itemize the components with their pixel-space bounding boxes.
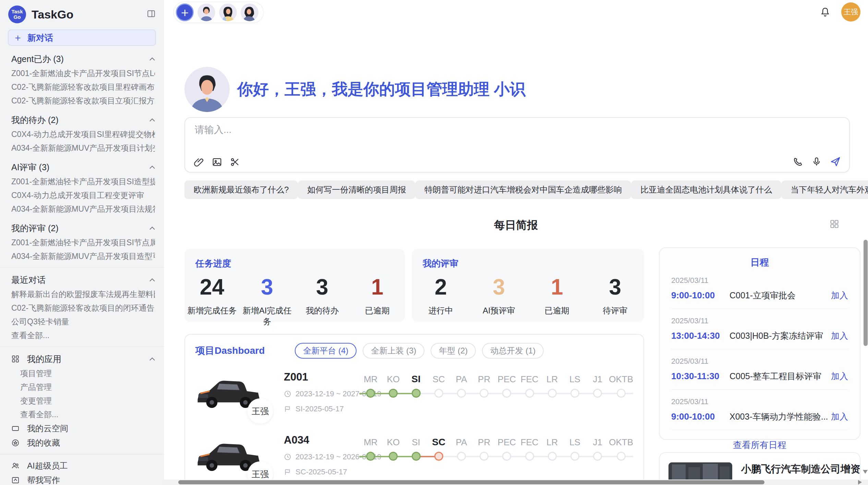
sidebar-item[interactable]: C0X4-动力总成开发项目工程变更评审 (11, 188, 155, 202)
user-avatar[interactable]: 王强 (841, 2, 860, 22)
sidebar-item[interactable]: A034-全新新能源MUV产品开发项目计划变更表编写 (11, 141, 155, 155)
image-icon[interactable] (212, 157, 222, 167)
sidebar-item[interactable]: Z001-全新燃油轻卡产品开发项目SI造型提交物评审 (11, 175, 155, 188)
agent-avatar[interactable] (219, 3, 237, 21)
project-row[interactable]: 王强 Z001 2023-12-19 ~ 2027-01-19 SI-2025-… (195, 370, 633, 422)
sidebar-item[interactable]: 公司Q3轻卡销量 (11, 315, 155, 328)
group-header[interactable]: 最近对话 (11, 272, 155, 287)
task-progress-card: 任务进度 24新增完成任务 3新增AI完成任务 3我的待办 1已逾期 (184, 249, 405, 322)
group-header[interactable]: 我的待办 (2) (11, 112, 155, 127)
horizontal-scrollbar-thumb[interactable] (178, 480, 764, 484)
suggestion-chip[interactable]: 比亚迪全固态电池计划具体说了什么 (631, 181, 781, 199)
view-all-link[interactable]: 查看全部... (20, 408, 155, 421)
sidebar-header: Task Go TaskGo (0, 0, 164, 26)
group-title: 我的评审 (2) (11, 223, 59, 234)
scissors-icon[interactable] (230, 157, 240, 167)
group-header[interactable]: Agent已办 (3) (11, 51, 155, 66)
join-link[interactable]: 加入 (831, 371, 848, 382)
chevron-up-icon (149, 226, 155, 230)
suggestion-chip[interactable]: 如何写一份清晰的项目周报 (298, 181, 415, 199)
sidebar-item-favorites[interactable]: 我的收藏 (0, 436, 164, 450)
notification-bell-icon[interactable] (820, 7, 830, 18)
sidebar-item[interactable]: C02-飞腾新能源轻客改款项目的闭环通告反馈情况 (11, 301, 155, 315)
sidebar-group-agent-done: Agent已办 (3) Z001-全新燃油皮卡产品开发项目SI节点Lesson … (0, 51, 164, 108)
sidebar-item[interactable]: Z001-全新燃油轻卡产品开发项目SI节点属性5D文件评审 (11, 236, 155, 249)
suggestion-chip[interactable]: 当下年轻人对汽车外观有怎样的喜好趋势 (781, 181, 868, 199)
sidebar-item-label: 我的收藏 (27, 437, 60, 448)
dashboard-tabs: 全新平台 (4) 全新上装 (3) 年型 (2) 动总开发 (1) (295, 343, 544, 359)
suggestion-chip[interactable]: 特朗普可能对进口汽车增税会对中国车企造成哪些影响 (415, 181, 631, 199)
sidebar-item[interactable]: A034-全新新能源MUV产品开发项目法规符合性评审 (11, 202, 155, 216)
flag-icon (284, 468, 291, 476)
project-code: Z001 (284, 371, 359, 383)
send-icon[interactable] (830, 156, 841, 167)
sidebar-collapse-icon[interactable] (147, 9, 156, 20)
clock-icon (284, 390, 291, 398)
layout-grid-icon[interactable] (830, 219, 839, 230)
schedule-time: 9:00-10:00 (671, 290, 726, 301)
stat: 3新增AI完成任务 (240, 274, 295, 327)
chevron-up-icon (149, 118, 155, 122)
microphone-icon[interactable] (811, 157, 822, 167)
tab-new-body[interactable]: 全新上装 (3) (363, 343, 424, 359)
attach-icon[interactable] (194, 157, 204, 167)
sidebar-item[interactable]: Z001-全新燃油皮卡产品开发项目SI节点Lesson Learn报告 (11, 66, 155, 80)
group-header[interactable]: AI评审 (3) (11, 160, 155, 175)
view-all-schedule-link[interactable]: 查看所有日程 (671, 439, 848, 451)
milestone-dot-done (389, 452, 398, 461)
sidebar-item-app[interactable]: 产品管理 (20, 380, 155, 394)
milestone-dot (525, 452, 534, 461)
horizontal-scrollbar[interactable] (164, 480, 868, 485)
sidebar-item-help-write[interactable]: 帮我写作 (0, 473, 164, 485)
join-link[interactable]: 加入 (831, 290, 848, 301)
milestone-dot (457, 452, 466, 461)
my-review-card: 我的评审 2进行中 3AI预评审 1已逾期 3待评审 (412, 249, 644, 322)
sidebar-item-label: AI超级员工 (27, 460, 68, 471)
sidebar-item[interactable]: C0X4-动力总成开发项目SI里程碑提交物检查 (11, 127, 155, 141)
project-flag-milestone: SI-2025-05-17 (284, 405, 359, 413)
sidebar-item-ai-super-staff[interactable]: AI超级员工 (0, 459, 164, 473)
schedule-item: 2025/03/11 9:00-10:00 X003-车辆动力学性能验... 加… (671, 390, 848, 430)
project-dashboard-card: 项目Dashboard 全新平台 (4) 全新上装 (3) 年型 (2) 动总开… (184, 334, 644, 485)
sidebar-item[interactable]: 解释最新出台的欧盟报废车法规再生塑料比例被调至15%... (11, 287, 155, 301)
sidebar-item[interactable]: C02-飞腾新能源轻客改款项目里程碑画布 (11, 80, 155, 94)
voice-call-icon[interactable] (793, 157, 803, 167)
schedule-item: 2025/03/11 13:00-14:30 C003|H0B-方案冻结评审 加… (671, 309, 848, 349)
view-all-link[interactable]: 查看全部... (11, 328, 155, 342)
tab-all-new-platform[interactable]: 全新平台 (4) (295, 343, 357, 359)
add-agent-button[interactable]: ＋ (176, 3, 194, 21)
sidebar-item-cloud-space[interactable]: 我的云空间 (0, 421, 164, 436)
divider (671, 430, 848, 430)
suggestion-chip[interactable]: 欧洲新规最近颁布了什么? (184, 181, 298, 199)
join-link[interactable]: 加入 (831, 330, 848, 341)
project-row[interactable]: 王强 A034 2023-12-19 ~ 2026-01-19 SC-2025-… (195, 433, 633, 485)
chevron-up-icon (149, 165, 155, 169)
milestone-dot (434, 389, 443, 398)
sidebar-item[interactable]: C02-飞腾新能源轻客改款项目立项汇报方案 (11, 94, 155, 108)
stat: 3我的待办 (295, 274, 350, 327)
sidebar-item-app[interactable]: 项目管理 (20, 366, 155, 380)
scroll-down-arrow-icon[interactable] (863, 470, 868, 474)
stat: 1已逾期 (350, 274, 405, 327)
plus-icon: ＋ (13, 31, 23, 44)
new-chat-button[interactable]: ＋ 新对话 (8, 29, 156, 46)
tab-powertrain[interactable]: 动总开发 (1) (482, 343, 544, 359)
app-logo: Task Go (8, 5, 26, 23)
milestone-dot (502, 389, 511, 398)
vertical-scrollbar[interactable] (863, 0, 868, 485)
group-header[interactable]: 我的应用 (11, 351, 155, 366)
scroll-right-arrow-icon[interactable] (858, 480, 862, 485)
sidebar-item-app[interactable]: 变更管理 (20, 394, 155, 408)
vertical-scrollbar-thumb[interactable] (864, 240, 868, 346)
project-dates: 2023-12-19 ~ 2027-01-19 (284, 389, 359, 398)
sidebar-item[interactable]: A034-全新新能源MUV产品开发项目造型可行性评审 (11, 249, 155, 263)
message-input[interactable] (195, 123, 777, 151)
agent-avatar[interactable] (241, 3, 258, 21)
join-link[interactable]: 加入 (831, 411, 848, 422)
people-icon (11, 462, 20, 470)
schedule-time: 13:00-14:30 (671, 331, 726, 341)
tab-year-model[interactable]: 年型 (2) (431, 343, 476, 359)
agent-avatar[interactable] (197, 3, 215, 21)
group-header[interactable]: 我的评审 (2) (11, 221, 155, 236)
sidebar-group-ai-review: AI评审 (3) Z001-全新燃油轻卡产品开发项目SI造型提交物评审 C0X4… (0, 160, 164, 216)
